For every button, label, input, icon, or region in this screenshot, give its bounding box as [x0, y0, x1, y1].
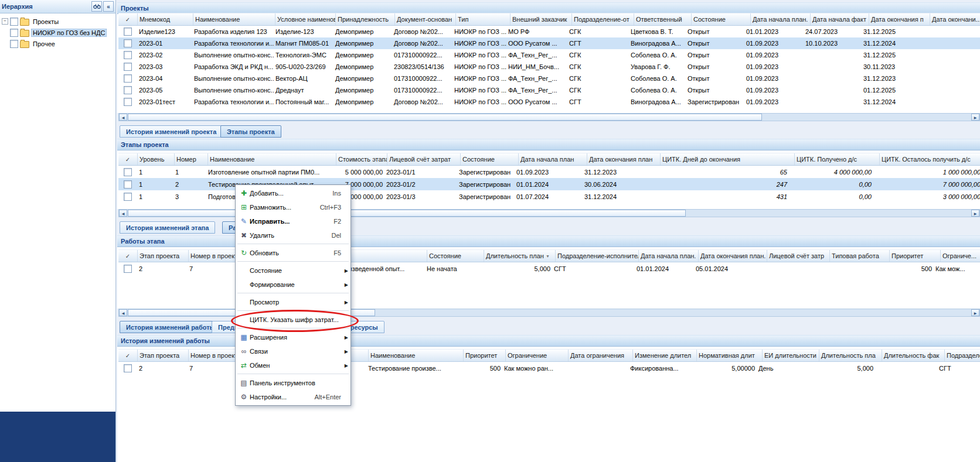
- column-header[interactable]: ЦИТК. Дней до окончания: [661, 153, 795, 165]
- scroll-right-icon[interactable]: ▶: [971, 210, 979, 217]
- tree-node-checkbox[interactable]: [10, 29, 18, 37]
- tree-node-niokr[interactable]: НИОКР по ГОЗ без НДС: [2, 27, 114, 38]
- column-header[interactable]: Состояние: [692, 13, 751, 25]
- context-menu-item[interactable]: ⚙Настройки...Alt+Enter: [236, 390, 351, 404]
- column-header[interactable]: ЦИТК. Осталось получить д/с: [880, 153, 980, 165]
- scroll-left-icon[interactable]: ◀: [119, 210, 127, 217]
- scroll-right-icon[interactable]: ▶: [971, 114, 979, 121]
- tab[interactable]: История изменений работы: [120, 321, 222, 333]
- column-header[interactable]: Типовая работа: [830, 250, 890, 262]
- context-menu-item[interactable]: ∞Связи▶: [236, 344, 351, 358]
- column-header[interactable]: Длительность план▼: [484, 250, 556, 262]
- scroll-left-icon[interactable]: ◀: [119, 114, 127, 121]
- table-row[interactable]: 2023-02Выполнение опытно-конс...Технолог…: [118, 49, 980, 61]
- column-header[interactable]: Принадлежность: [336, 13, 395, 25]
- table-row[interactable]: Изделие123Разработка изделия 123Изделие-…: [118, 26, 980, 37]
- column-header[interactable]: Ограничение: [506, 350, 569, 361]
- row-checkbox[interactable]: [124, 265, 132, 273]
- row-checkbox[interactable]: [124, 193, 132, 201]
- column-header[interactable]: Стоимость этапа: [336, 153, 387, 165]
- table-row[interactable]: 2023-04Выполнение опытно-конс...Вектор-А…: [118, 73, 980, 84]
- column-header[interactable]: Наименование: [193, 13, 275, 25]
- tree-node-projects[interactable]: − Проекты: [2, 16, 114, 27]
- collapse-node-icon[interactable]: −: [2, 18, 8, 25]
- column-header[interactable]: Подразделение-исполнитель.: [556, 250, 639, 262]
- context-menu-item[interactable]: ✖УдалитьDel: [236, 228, 351, 242]
- tree-node-checkbox[interactable]: [10, 40, 18, 48]
- row-checkbox[interactable]: [124, 168, 132, 176]
- table-row[interactable]: 2023-01Разработка технологии и...Магнит …: [118, 37, 980, 49]
- column-header[interactable]: Дата окончания п: [869, 13, 930, 25]
- context-menu-item[interactable]: ▤Панель инструментов: [236, 376, 351, 390]
- select-all-header[interactable]: ✓: [118, 153, 138, 165]
- column-header[interactable]: Нормативная длит: [697, 350, 763, 361]
- tree-node-other[interactable]: Прочее: [2, 38, 114, 49]
- collapse-sidebar-button[interactable]: «: [103, 1, 114, 12]
- column-header[interactable]: Лицевой счёт затрат: [387, 153, 461, 165]
- column-header[interactable]: Этап проекта: [138, 250, 189, 262]
- column-header[interactable]: Длительность фак: [882, 350, 945, 361]
- context-menu-item[interactable]: ↻ОбновитьF5: [236, 246, 351, 260]
- column-header[interactable]: Лицевой счёт затр: [767, 250, 830, 262]
- row-checkbox[interactable]: [124, 364, 132, 372]
- column-header[interactable]: Изменение длител: [633, 350, 697, 361]
- row-checkbox[interactable]: [124, 180, 132, 189]
- column-header[interactable]: Документ-основан: [395, 13, 456, 25]
- tab[interactable]: История изменений этапа: [120, 221, 215, 234]
- scrollbar-thumb[interactable]: [128, 210, 686, 217]
- search-icon[interactable]: [91, 1, 102, 12]
- column-header[interactable]: Дата ограничения: [569, 350, 633, 361]
- column-header[interactable]: Тип: [456, 13, 511, 25]
- table-row[interactable]: 2023-03Разработка ЭКД и РКД н...905-U020…: [118, 61, 980, 73]
- row-checkbox[interactable]: [124, 86, 132, 94]
- tree-node-checkbox[interactable]: [10, 18, 18, 26]
- context-menu-item[interactable]: ✚Добавить...Ins: [236, 186, 351, 200]
- select-all-header[interactable]: ✓: [118, 13, 138, 25]
- context-menu-item[interactable]: ⇄Обмен▶: [236, 358, 351, 372]
- column-header[interactable]: Дата окончани...: [930, 13, 980, 25]
- row-checkbox[interactable]: [124, 74, 132, 83]
- context-menu-item[interactable]: Формирование▶: [236, 278, 351, 292]
- column-header[interactable]: Длительность пла: [819, 350, 882, 361]
- context-menu-item[interactable]: Состояние▶: [236, 263, 351, 278]
- projects-hscrollbar[interactable]: ◀ ▶: [118, 113, 980, 121]
- column-header[interactable]: ЦИТК. Получено д/с: [795, 153, 880, 165]
- table-row[interactable]: 11Изготовление опытной партии ПМ0...5 00…: [118, 166, 980, 178]
- column-header[interactable]: Дата начала план: [519, 153, 587, 165]
- column-header[interactable]: Мнемокод: [138, 13, 193, 25]
- column-header[interactable]: Приоритет: [890, 250, 941, 262]
- column-header[interactable]: Подразделение-от: [572, 13, 634, 25]
- tab[interactable]: История изменений проекта: [120, 125, 223, 138]
- column-header[interactable]: Дата окончания план.: [699, 250, 767, 262]
- context-menu-item[interactable]: Просмотр▶: [236, 295, 351, 309]
- column-header[interactable]: Состояние: [461, 153, 519, 165]
- row-checkbox[interactable]: [124, 28, 132, 36]
- column-header[interactable]: Номер: [175, 153, 208, 165]
- column-header[interactable]: Наименование: [208, 153, 336, 165]
- column-header[interactable]: Дата окончания план: [587, 153, 661, 165]
- column-header[interactable]: Этап проекта: [138, 350, 189, 361]
- scroll-left-icon[interactable]: ◀: [119, 309, 127, 316]
- scrollbar-thumb[interactable]: [128, 114, 762, 121]
- select-all-header[interactable]: ✓: [118, 250, 138, 262]
- column-header[interactable]: Состояние: [427, 250, 484, 262]
- context-menu-item[interactable]: ▦Расширения▶: [236, 330, 351, 344]
- column-header[interactable]: Дата начала план.: [751, 13, 811, 25]
- column-header[interactable]: Внешний заказчик: [511, 13, 572, 25]
- scroll-right-icon[interactable]: ▶: [971, 309, 979, 316]
- context-menu-item[interactable]: ✎Исправить...F2: [236, 214, 351, 228]
- tab[interactable]: Этапы проекта: [220, 125, 281, 138]
- select-all-header[interactable]: ✓: [118, 350, 138, 361]
- column-header[interactable]: Ограниче...: [941, 250, 980, 262]
- column-header[interactable]: ЕИ длительности: [763, 350, 819, 361]
- row-checkbox[interactable]: [124, 63, 132, 71]
- table-row[interactable]: 2023-05Выполнение опытно-конс...Дреднаут…: [118, 84, 980, 96]
- column-header[interactable]: Приоритет: [464, 350, 506, 361]
- context-menu-item[interactable]: ⊞Размножить...Ctrl+F3: [236, 200, 351, 214]
- column-header[interactable]: Уровень: [138, 153, 175, 165]
- column-header[interactable]: Подразделение-и.: [945, 350, 980, 361]
- table-row[interactable]: 2023-01тестРазработка технологии и...Пос…: [118, 96, 980, 108]
- row-checkbox[interactable]: [124, 39, 132, 47]
- row-checkbox[interactable]: [124, 98, 132, 106]
- menu-item-citk-shifr-zatrat[interactable]: ЦИТК. Указать шифр затрат...: [236, 313, 351, 327]
